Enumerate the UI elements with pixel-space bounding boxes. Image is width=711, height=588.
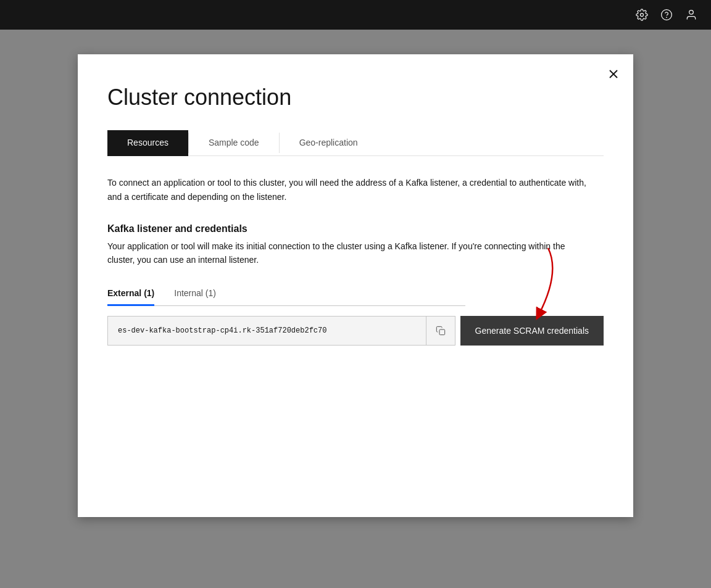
listener-tab-internal[interactable]: Internal (1) — [174, 282, 216, 306]
navbar — [0, 0, 711, 30]
listener-tab-bar: External (1) Internal (1) — [107, 282, 465, 306]
close-button[interactable] — [604, 64, 623, 84]
tab-resources[interactable]: Resources — [107, 130, 188, 156]
modal-overlay: Cluster connection Resources Sample code… — [0, 30, 711, 588]
svg-point-3 — [689, 10, 694, 15]
modal-title: Cluster connection — [107, 84, 604, 110]
settings-button[interactable] — [632, 5, 652, 25]
kafka-section-body: Your application or tool will make its i… — [107, 239, 589, 267]
help-button[interactable] — [657, 5, 676, 25]
generate-scram-button[interactable]: Generate SCRAM credentials — [460, 316, 604, 346]
description-text: To connect an application or tool to thi… — [107, 176, 589, 204]
listener-tab-external[interactable]: External (1) — [107, 282, 154, 306]
copy-button[interactable] — [426, 316, 455, 346]
svg-point-0 — [641, 14, 644, 17]
bootstrap-address: es-dev-kafka-bootstrap-cp4i.rk-351af720d… — [107, 316, 426, 346]
bootstrap-row: es-dev-kafka-bootstrap-cp4i.rk-351af720d… — [107, 316, 604, 346]
kafka-section-heading: Kafka listener and credentials — [107, 223, 604, 234]
modal-panel: Cluster connection Resources Sample code… — [78, 54, 633, 517]
tab-bar: Resources Sample code Geo-replication — [107, 130, 604, 156]
tab-geo-replication[interactable]: Geo-replication — [280, 130, 378, 156]
user-button[interactable] — [681, 5, 701, 25]
tab-sample-code[interactable]: Sample code — [189, 130, 279, 156]
svg-point-1 — [662, 10, 672, 20]
svg-rect-6 — [439, 329, 445, 335]
